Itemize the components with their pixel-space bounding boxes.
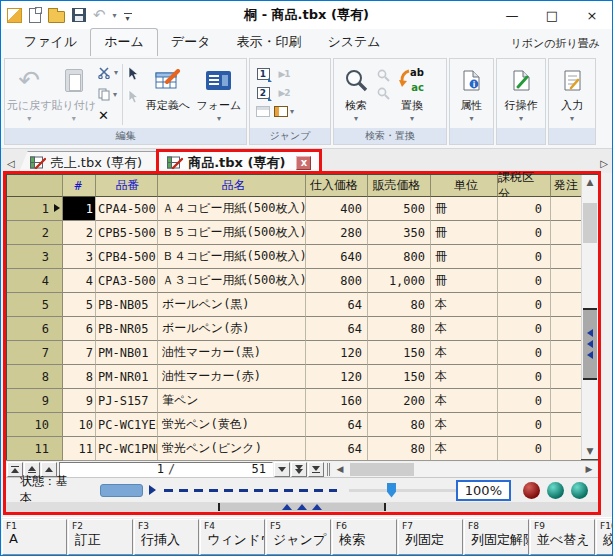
- splitter-handle[interactable]: [218, 503, 386, 511]
- scroll-up-icon[interactable]: ▲: [582, 175, 598, 190]
- attributes-button[interactable]: i 属性▾: [452, 61, 491, 128]
- row-header-cell[interactable]: 2: [7, 221, 63, 245]
- row-header-cell[interactable]: 8: [7, 365, 63, 389]
- horizontal-scroll-thumb[interactable]: [350, 463, 414, 476]
- fkey-number: F3: [138, 521, 195, 531]
- header-tax-class[interactable]: 課税区分: [498, 175, 551, 197]
- row-header-cell[interactable]: 9: [7, 389, 63, 413]
- tab-close-button[interactable]: x: [296, 156, 311, 170]
- function-key[interactable]: F6 検索: [332, 519, 397, 555]
- jump-goto2-icon[interactable]: ▶2: [278, 88, 289, 98]
- paste-button[interactable]: 貼り付け▾: [52, 61, 97, 128]
- jump-table-gray-icon[interactable]: [256, 106, 270, 117]
- close-button[interactable]: ×: [572, 1, 612, 29]
- jump-mark1-icon[interactable]: 1: [257, 68, 270, 80]
- function-key[interactable]: F5 ジャンプ: [266, 519, 331, 555]
- undo-button[interactable]: ↶ 元に戻す▾: [7, 61, 52, 128]
- tab-view-print[interactable]: 表示・印刷: [223, 29, 314, 56]
- tab-file[interactable]: ファイル: [11, 29, 90, 56]
- function-key[interactable]: F2 訂正: [68, 519, 133, 555]
- header-index[interactable]: #: [63, 175, 96, 197]
- input-button[interactable]: 入力▾: [551, 61, 593, 128]
- status-light-teal2-icon[interactable]: [571, 482, 588, 499]
- table-row[interactable]: 10 10 PC-WC1YEL 蛍光ペン(黄色) 64 80 本 0: [7, 413, 581, 437]
- replace-button[interactable]: ab ac 置換▾: [391, 61, 433, 128]
- scroll-right-icon[interactable]: ▶: [581, 462, 597, 477]
- scroll-left-icon[interactable]: ◀: [332, 462, 348, 477]
- ribbon: ↶ 元に戻す▾ 貼り付け▾ ▾: [1, 56, 612, 149]
- row-header-cell[interactable]: 5: [7, 293, 63, 317]
- jump-table-button[interactable]: ▾: [274, 106, 294, 117]
- header-buy-price[interactable]: 仕入価格: [306, 175, 368, 197]
- next-record-button[interactable]: [274, 462, 290, 477]
- tab-home[interactable]: ホーム: [90, 28, 158, 56]
- minimize-button[interactable]: —: [492, 1, 532, 29]
- horizontal-scrollbar[interactable]: ◀ ▶: [332, 462, 597, 477]
- function-key[interactable]: F8 列固定解除: [464, 519, 529, 555]
- table-row[interactable]: 5 5 PB-NB05 ボールペン(黒) 64 80 本 0: [7, 293, 581, 317]
- search-next-icon[interactable]: [377, 69, 390, 82]
- ribbon-fold-button[interactable]: リボンの折り畳み: [498, 31, 612, 56]
- function-key[interactable]: F1 A: [2, 519, 67, 555]
- redefine-button[interactable]: 再定義へ: [142, 61, 194, 128]
- select-cursor-icon[interactable]: [127, 67, 140, 81]
- row-header-cell[interactable]: 10: [7, 413, 63, 437]
- tab-data[interactable]: データ: [158, 29, 224, 56]
- doc-tab-uriage[interactable]: 売上.tbx (専有): [19, 151, 156, 173]
- function-key[interactable]: F3 行挿入: [134, 519, 199, 555]
- zoom-slider-thumb[interactable]: [387, 483, 396, 498]
- table-row[interactable]: 1 1 CPA4-500 Ａ４コピー用紙(500枚入) 400 500 冊 0: [7, 197, 581, 221]
- jump-mark2-icon[interactable]: 2: [257, 87, 270, 99]
- row-header-cell[interactable]: 4: [7, 269, 63, 293]
- scroll-down-icon[interactable]: ▼: [582, 444, 598, 459]
- table-row[interactable]: 7 7 PM-NB01 油性マーカー(黒) 120 150 本 0: [7, 341, 581, 365]
- maximize-button[interactable]: □: [532, 1, 572, 29]
- table-row[interactable]: 6 6 PB-NR05 ボールペン(赤) 64 80 本 0: [7, 317, 581, 341]
- select-cursor-disabled-icon[interactable]: [127, 90, 140, 104]
- row-header-cell[interactable]: 7: [7, 341, 63, 365]
- form-button[interactable]: フォーム▾: [194, 61, 244, 128]
- scrollbar-split-handle[interactable]: [583, 308, 597, 380]
- header-reorder[interactable]: 発注: [551, 175, 581, 197]
- function-key[interactable]: F9 並べ替え: [530, 519, 595, 555]
- delete-button[interactable]: ✕: [98, 109, 118, 122]
- table-row[interactable]: 3 3 CPB4-500 Ｂ４コピー用紙(500枚入) 640 800 冊 0: [7, 245, 581, 269]
- vertical-scrollbar[interactable]: ▲ ▼: [581, 175, 598, 459]
- row-header-cell[interactable]: 6: [7, 317, 63, 341]
- jump-goto1-icon[interactable]: ▶1: [278, 69, 289, 79]
- row-header-cell[interactable]: 1: [7, 197, 63, 221]
- header-code[interactable]: 品番: [96, 175, 158, 197]
- copy-button[interactable]: ▾: [98, 88, 118, 101]
- header-sell-price[interactable]: 販売価格: [368, 175, 431, 197]
- header-corner[interactable]: [7, 175, 63, 197]
- next-page-button[interactable]: [291, 462, 307, 477]
- vertical-scroll-thumb[interactable]: [583, 203, 597, 243]
- row-ops-button[interactable]: 行操作▾: [499, 61, 543, 128]
- table-row[interactable]: 8 8 PM-NR01 油性マーカー(赤) 120 150 本 0: [7, 365, 581, 389]
- cut-button[interactable]: ▾: [98, 66, 118, 79]
- row-header-cell[interactable]: 11: [7, 437, 63, 461]
- table-row[interactable]: 2 2 CPB5-500 Ｂ５コピー用紙(500枚入) 280 350 冊 0: [7, 221, 581, 245]
- data-grid: # 品番 品名 仕入価格 販売価格 単位 課税区分 発注 1 1: [7, 175, 581, 459]
- row-header-cell[interactable]: 3: [7, 245, 63, 269]
- header-unit[interactable]: 単位: [431, 175, 498, 197]
- goto-last-record-button[interactable]: [308, 462, 324, 477]
- search-button[interactable]: 検索▾: [336, 61, 376, 128]
- tab-system[interactable]: システム: [314, 29, 393, 56]
- doc-tab-shouhin[interactable]: 商品.tbx (専有) x: [156, 149, 322, 173]
- table-row[interactable]: 4 4 CPA3-500 Ａ３コピー用紙(500枚入) 800 1,000 冊 …: [7, 269, 581, 293]
- status-light-teal-icon[interactable]: [547, 482, 564, 499]
- clipboard-small-buttons: ▾ ▾ ✕: [96, 61, 120, 128]
- function-key[interactable]: F7 列固定: [398, 519, 463, 555]
- header-name[interactable]: 品名: [158, 175, 306, 197]
- status-light-red-icon[interactable]: [523, 482, 540, 499]
- function-key[interactable]: F10 絞込: [596, 519, 612, 555]
- function-key[interactable]: F4 ウィンドウ替: [200, 519, 265, 555]
- search-prev-icon[interactable]: [377, 87, 390, 100]
- table-row[interactable]: 9 9 PJ-S157 筆ペン 160 200 本 0: [7, 389, 581, 413]
- zoom-level[interactable]: 100%: [456, 480, 511, 501]
- fkey-label: 列固定: [402, 531, 459, 549]
- record-counter[interactable]: 1 / 51: [59, 462, 273, 477]
- table-row[interactable]: 11 11 PC-WC1PNK 蛍光ペン(ピンク) 64 80 本 0: [7, 437, 581, 461]
- zoom-slider[interactable]: [349, 489, 456, 492]
